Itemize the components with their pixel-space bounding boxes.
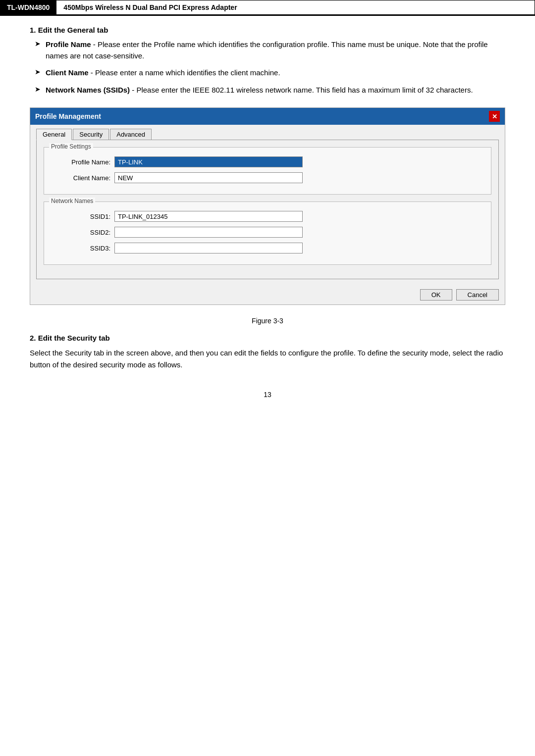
ssid2-input[interactable] [114, 227, 303, 238]
dialog-titlebar: Profile Management ✕ [30, 108, 505, 125]
bullet-arrow-1: ➤ [35, 40, 41, 48]
network-names-group: Network Names SSID1: SSID2: SSID3: [44, 202, 491, 265]
bullet-bold-1: Profile Name [46, 40, 91, 49]
ssid1-row: SSID1: [51, 211, 484, 222]
dialog-close-button[interactable]: ✕ [489, 111, 500, 122]
bullet-text-2: Client Name - Please enter a name which … [46, 67, 280, 79]
profile-name-row: Profile Name: [51, 156, 484, 167]
section2-heading: 2. Edit the Security tab [30, 334, 505, 342]
bullet-text-1: Profile Name - Please enter the Profile … [46, 39, 505, 61]
bullet-text-3: Network Names (SSIDs) - Please enter the… [46, 85, 473, 96]
header-title: 450Mbps Wireless N Dual Band PCI Express… [56, 0, 535, 15]
section2: 2. Edit the Security tab Select the Secu… [30, 334, 505, 371]
dialog-body: General Security Advanced Profile Settin… [30, 125, 505, 285]
tab-general[interactable]: General [36, 129, 72, 140]
bullet-rest-3: - Please enter the IEEE 802.11 wireless … [130, 86, 473, 94]
section1-heading: 1. Edit the General tab [30, 26, 505, 34]
tab-advanced[interactable]: Advanced [110, 129, 152, 140]
page-number: 13 [30, 391, 505, 399]
bullet-item-3: ➤ Network Names (SSIDs) - Please enter t… [30, 85, 505, 96]
ssid2-row: SSID2: [51, 227, 484, 238]
bullet-arrow-2: ➤ [35, 68, 41, 76]
ssid3-label: SSID3: [51, 245, 110, 252]
header-bar: TL-WDN4800 450Mbps Wireless N Dual Band … [0, 0, 535, 16]
ssid1-label: SSID1: [51, 213, 110, 220]
profile-management-dialog: Profile Management ✕ General Security Ad… [30, 107, 505, 305]
cancel-button[interactable]: Cancel [456, 289, 499, 301]
dialog-footer: OK Cancel [30, 285, 505, 304]
section2-paragraph: Select the Security tab in the screen ab… [30, 347, 505, 371]
profile-settings-label: Profile Settings [49, 143, 93, 150]
bullet-item-2: ➤ Client Name - Please enter a name whic… [30, 67, 505, 79]
client-name-row: Client Name: [51, 172, 484, 183]
ssid3-input[interactable] [114, 243, 303, 253]
content-area: 1. Edit the General tab ➤ Profile Name -… [0, 26, 535, 399]
ok-button[interactable]: OK [420, 289, 452, 301]
bullet-arrow-3: ➤ [35, 85, 41, 93]
bullet-bold-2: Client Name [46, 68, 89, 77]
header-model: TL-WDN4800 [0, 0, 56, 15]
panel-area: Profile Settings Profile Name: Client Na… [36, 140, 499, 279]
bullet-rest-1: - Please enter the Profile name which id… [46, 40, 488, 60]
ssid3-row: SSID3: [51, 243, 484, 253]
bullet-rest-2: - Please enter a name which identifies t… [89, 68, 280, 77]
dialog-tabs: General Security Advanced [36, 129, 499, 140]
profile-name-label: Profile Name: [51, 158, 110, 166]
bullet-item-1: ➤ Profile Name - Please enter the Profil… [30, 39, 505, 61]
client-name-label: Client Name: [51, 174, 110, 182]
figure-caption: Figure 3-3 [30, 317, 505, 325]
profile-name-input[interactable] [114, 156, 303, 167]
network-names-label: Network Names [49, 198, 95, 204]
profile-settings-group: Profile Settings Profile Name: Client Na… [44, 147, 491, 195]
ssid1-input[interactable] [114, 211, 303, 222]
ssid2-label: SSID2: [51, 229, 110, 236]
dialog-title: Profile Management [35, 112, 101, 120]
client-name-input[interactable] [114, 172, 303, 183]
tab-security[interactable]: Security [73, 129, 109, 140]
bullet-bold-3: Network Names (SSIDs) [46, 86, 130, 94]
